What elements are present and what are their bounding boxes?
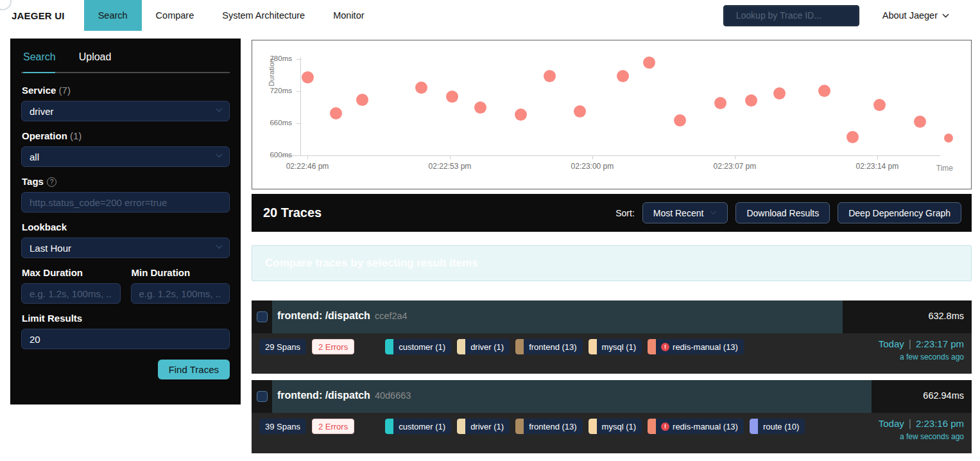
trace-result-header[interactable]: frontend: /dispatch40d6663 662.94ms — [252, 380, 972, 413]
trace-result-detail: 29 Spans 2 Errors customer (1) driver (1… — [252, 333, 972, 374]
help-icon[interactable]: ? — [47, 177, 56, 187]
trace-time: 2:23:17 pm — [916, 338, 964, 349]
nav-item-compare[interactable]: Compare — [142, 0, 209, 31]
service-tag-mysql-1: mysql (1) — [589, 419, 642, 434]
trace-scatter-point[interactable] — [944, 134, 953, 143]
sidebar-tabs-divider — [21, 72, 230, 73]
search-sidebar: SearchUpload Service (7) driver Operatio… — [10, 39, 241, 404]
deep-dependency-graph-button[interactable]: Deep Dependency Graph — [838, 202, 961, 223]
find-traces-button[interactable]: Find Traces — [158, 360, 230, 379]
trace-scatter-point[interactable] — [818, 85, 830, 97]
min-duration-input[interactable] — [131, 283, 230, 304]
sidebar-tabs: SearchUpload — [21, 51, 230, 72]
trace-title: frontend: /dispatch40d6663 — [277, 390, 411, 401]
trace-title: frontend: /dispatchccef2a4 — [277, 310, 408, 322]
span-count-badge: 29 Spans — [259, 339, 306, 354]
trace-select-checkbox[interactable] — [257, 311, 268, 322]
tags-input[interactable] — [21, 192, 230, 213]
trace-scatter-point[interactable] — [674, 114, 686, 126]
service-color-swatch — [385, 339, 393, 354]
service-label: Service (7) — [22, 85, 230, 96]
trace-scatter-point[interactable] — [415, 82, 427, 94]
service-tag-label: redis-manual (13) — [673, 342, 738, 352]
results-header: 20 Traces Sort: Most Recent Download Res… — [252, 194, 972, 232]
trace-timestamp: Today|2:23:16 pm a few seconds ago — [879, 418, 964, 441]
x-axis-label: Time — [936, 164, 953, 173]
service-tag-label: driver (1) — [470, 342, 504, 352]
trace-scatter-point[interactable] — [643, 57, 655, 69]
x-tick-mark — [877, 155, 878, 159]
service-color-swatch — [648, 339, 656, 354]
x-tick-mark — [735, 155, 735, 159]
trace-scatter-point[interactable] — [745, 94, 757, 107]
operation-label: Operation (1) — [22, 130, 230, 141]
service-tag-label: driver (1) — [470, 422, 504, 431]
chevron-down-icon — [710, 211, 717, 215]
trace-id-search-input[interactable] — [736, 10, 852, 21]
service-tag-label: route (10) — [763, 422, 799, 431]
nav-item-search[interactable]: Search — [84, 0, 142, 31]
error-icon: ! — [661, 422, 669, 431]
service-tag-frontend-13: frontend (13) — [515, 339, 582, 354]
trace-scatter-point[interactable] — [446, 91, 458, 103]
trace-scatter-point[interactable] — [356, 94, 368, 106]
service-color-swatch — [515, 419, 524, 434]
trace-scatter-point[interactable] — [574, 105, 586, 117]
compare-banner-text: Compare traces by selecting result items — [265, 257, 478, 270]
trace-scatter-point[interactable] — [330, 107, 342, 119]
trace-scatter-point[interactable] — [515, 109, 527, 121]
y-tick-label: 660ms — [255, 119, 292, 126]
trace-timestamp: Today|2:23:17 pm a few seconds ago — [879, 338, 964, 361]
y-tick-label: 780ms — [255, 55, 292, 62]
operation-select[interactable]: all — [21, 146, 230, 167]
y-tick-label: 600ms — [255, 151, 292, 159]
trace-count: 20 Traces — [263, 205, 322, 220]
about-jaeger-menu[interactable]: About Jaeger — [882, 10, 949, 21]
trace-result-card: frontend: /dispatchccef2a4 632.8ms 29 Sp… — [252, 300, 972, 374]
trace-scatter-point[interactable] — [474, 101, 486, 114]
service-tag-label: frontend (13) — [529, 422, 576, 431]
service-tag-label: mysql (1) — [602, 342, 636, 352]
trace-relative-time: a few seconds ago — [879, 432, 964, 441]
sort-label: Sort: — [615, 208, 635, 218]
sidebar-tab-upload[interactable]: Upload — [79, 51, 112, 72]
service-tag-label: frontend (13) — [529, 342, 576, 352]
service-tag-driver-1: driver (1) — [457, 339, 510, 354]
trace-scatter-point[interactable] — [873, 99, 886, 111]
trace-scatter-point[interactable] — [544, 70, 556, 82]
lookback-select[interactable]: Last Hour — [21, 238, 230, 258]
trace-duration: 632.8ms — [928, 311, 964, 321]
trace-scatter-point[interactable] — [714, 97, 726, 109]
trace-scatter-point[interactable] — [773, 87, 786, 100]
trace-scatter-point[interactable] — [617, 70, 629, 82]
x-tick-label: 02:23:14 pm — [848, 162, 906, 171]
service-color-swatch — [385, 419, 393, 434]
timestamp-separator: | — [909, 338, 911, 349]
trace-scatter-point[interactable] — [914, 116, 926, 128]
service-color-swatch — [515, 339, 524, 354]
service-tag-label: customer (1) — [399, 342, 445, 352]
trace-relative-time: a few seconds ago — [879, 352, 964, 361]
max-duration-input[interactable] — [21, 283, 121, 304]
chevron-down-icon — [216, 153, 223, 158]
sort-select[interactable]: Most Recent — [642, 202, 728, 223]
service-tag-driver-1: driver (1) — [457, 419, 510, 434]
y-tick-mark — [297, 91, 300, 92]
limit-results-input[interactable] — [21, 329, 230, 349]
trace-scatter-point[interactable] — [847, 131, 859, 143]
search-icon — [730, 11, 731, 20]
trace-result-header[interactable]: frontend: /dispatchccef2a4 632.8ms — [252, 300, 972, 333]
service-select[interactable]: driver — [21, 101, 230, 121]
error-count-badge: 2 Errors — [312, 419, 354, 434]
nav-item-monitor[interactable]: Monitor — [319, 0, 378, 31]
lookback-label: Lookback — [22, 222, 230, 232]
chevron-down-icon — [216, 245, 223, 249]
trace-select-checkbox[interactable] — [257, 391, 268, 402]
nav-item-system-architecture[interactable]: System Architecture — [208, 0, 319, 31]
span-count-badge: 39 Spans — [259, 419, 306, 434]
sidebar-tab-search[interactable]: Search — [23, 51, 56, 72]
trace-scatter-point[interactable] — [302, 71, 314, 83]
download-results-button[interactable]: Download Results — [735, 202, 830, 223]
trace-result-card: frontend: /dispatch40d6663 662.94ms 39 S… — [252, 380, 972, 453]
operation-select-value: all — [30, 152, 39, 162]
